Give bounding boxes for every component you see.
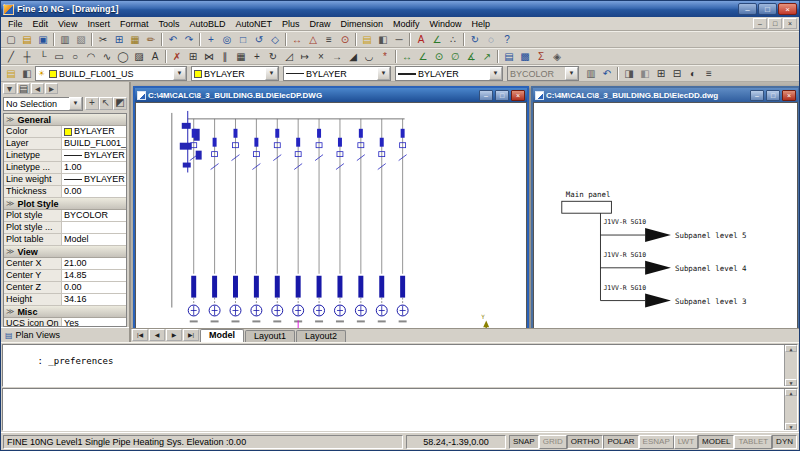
move-button[interactable]: + [249,49,265,64]
options-button[interactable]: ≡ [701,66,717,81]
dim-radius-button[interactable]: ⊙ [431,49,447,64]
toggle-grid[interactable]: GRID [539,435,567,449]
toggle-snap[interactable]: SNAP [509,435,539,449]
render-button[interactable]: ◐ [685,66,701,81]
tab-model[interactable]: Model [200,329,244,342]
ellipse-button[interactable]: ◯ [115,49,131,64]
toggle-model[interactable]: MODEL [698,435,734,449]
layers-button[interactable]: ▤ [359,32,375,47]
regen-button[interactable]: ◌ [483,32,499,47]
quick-select-button[interactable]: ◩ [113,97,127,110]
elecdd-canvas[interactable]: Main panelJ1VV-R 5G10Subpanel level 5J1V… [534,103,797,342]
paste-button[interactable]: ▦ [127,32,143,47]
chamfer-button[interactable]: ◢ [345,49,361,64]
osnap-settings-button[interactable]: ◈ [549,49,565,64]
dim-linear-button[interactable]: ↔ [399,49,415,64]
drawing-canvas-container[interactable]: Subpanel level 4Y [135,102,527,342]
menu-modify[interactable]: Modify [388,18,425,30]
property-value[interactable]: BYLAYER [62,126,126,137]
lineweight-dropdown[interactable]: BYLAYER ▼ [395,66,503,81]
menu-edit[interactable]: Edit [28,18,54,30]
tab-nav-button-2[interactable]: ▶ [166,329,182,341]
id-point-button[interactable]: ⊙ [337,32,353,47]
drawing-window-elecdp[interactable]: C:\4M\CALC\8_3_BUILDING.BLD\ElecDP.DWG –… [133,86,529,342]
fillet-button[interactable]: ◡ [361,49,377,64]
menu-plus[interactable]: Plus [277,18,305,30]
pan-button[interactable]: + [203,32,219,47]
menu-format[interactable]: Format [115,18,154,30]
layer-control-button[interactable]: ◧ [19,66,35,81]
dropdown-arrow-icon[interactable]: ▼ [565,67,578,80]
match-properties-button[interactable]: ✏ [143,32,159,47]
menu-draw[interactable]: Draw [305,18,336,30]
maximize-button[interactable]: □ [758,3,777,15]
selection-dropdown[interactable]: No Selection ▼ [3,97,83,111]
mdi-restore-button[interactable]: □ [768,18,782,29]
zoom-extents-button[interactable]: ◇ [267,32,283,47]
toggle-esnap[interactable]: ESNAP [639,435,674,449]
help-button[interactable]: ? [499,32,515,47]
print-preview-button[interactable]: ▧ [73,32,89,47]
props-section-plot-style[interactable]: ≫Plot Style [4,198,126,210]
property-value[interactable] [62,222,126,233]
tab-nav-button-3[interactable]: ▶| [183,329,199,341]
menu-file[interactable]: File [3,18,28,30]
child-minimize-button[interactable]: – [750,90,764,101]
menu-view[interactable]: View [53,18,82,30]
scroll-down-icon[interactable]: ▼ [785,423,797,430]
color-dropdown[interactable]: BYLAYER ▼ [191,66,279,81]
dimension-style-button[interactable]: ∠ [429,32,445,47]
coordinates-readout[interactable]: 58.24,-1.39,0.00 [406,435,506,449]
dropdown-arrow-icon[interactable]: ▼ [489,67,502,80]
props-section-misc[interactable]: ≫Misc [4,306,126,318]
toggle-pickadd-button[interactable]: + [85,97,99,110]
child-minimize-button[interactable]: – [479,90,493,101]
dim-angular-button[interactable]: ∡ [463,49,479,64]
layer-states-button[interactable]: ◧ [375,32,391,47]
make-object-layer-current-button[interactable]: ▥ [583,66,599,81]
property-value[interactable]: BUILD_FL001_ [62,138,126,149]
command-history-scrollbar[interactable]: ▲ ▼ [784,345,797,386]
elecdp-canvas[interactable]: Subpanel level 4Y [136,103,526,342]
array-button[interactable]: ▦ [233,49,249,64]
point-style-button[interactable]: ∴ [445,32,461,47]
tab-layout1[interactable]: Layout1 [245,330,295,342]
plotstyle-dropdown[interactable]: BYCOLOR ▼ [507,66,579,81]
dim-diameter-button[interactable]: ∅ [447,49,463,64]
draw-order-back-button[interactable]: ◧ [637,66,653,81]
plan-views-bar[interactable]: ▤ Plan Views [1,327,129,342]
dropdown-arrow-icon[interactable]: ▼ [377,67,390,80]
menu-window[interactable]: Window [425,18,467,30]
rotate-button[interactable]: ↻ [265,49,281,64]
tab-layout2[interactable]: Layout2 [296,330,346,342]
extend-button[interactable]: → [329,49,345,64]
menu-autonet[interactable]: AutoNET [230,18,277,30]
props-menu-button[interactable]: ▾ [3,83,16,94]
redo-button[interactable]: ↷ [181,32,197,47]
stretch-button[interactable]: ↦ [297,49,313,64]
redraw-button[interactable]: ↻ [467,32,483,47]
child-restore-button[interactable]: □ [495,90,509,101]
spline-button[interactable]: ∿ [99,49,115,64]
layer-manager-button[interactable]: ▤ [3,66,19,81]
scroll-up-icon[interactable]: ▲ [785,345,797,352]
erase-button[interactable]: ✗ [169,49,185,64]
design-center-button[interactable]: ▩ [517,49,533,64]
props-section-view[interactable]: ≫View [4,246,126,258]
copy-button[interactable]: ⊞ [111,32,127,47]
offset-button[interactable]: ∥ [217,49,233,64]
hatch-button[interactable]: ▨ [131,49,147,64]
ungroup-button[interactable]: ⊟ [669,66,685,81]
zoom-previous-button[interactable]: ↺ [251,32,267,47]
scroll-up-icon[interactable]: ▲ [785,389,797,396]
properties-button[interactable]: ▤ [501,49,517,64]
property-value[interactable]: BYCOLOR [62,210,126,221]
child-titlebar[interactable]: C:\4M\CALC\8_3_BUILDING.BLD\ElecDD.dwg –… [533,88,798,102]
zoom-window-button[interactable]: □ [235,32,251,47]
menu-autobld[interactable]: AutoBLD [184,18,230,30]
tab-nav-button-0[interactable]: |◀ [132,329,148,341]
command-input-scrollbar[interactable]: ▲ ▼ [784,389,797,430]
command-history[interactable]: : _preferences ▲ ▼ [2,344,798,387]
props-dock-button[interactable]: ▤ [17,83,30,94]
polyline-button[interactable]: └ [35,49,51,64]
